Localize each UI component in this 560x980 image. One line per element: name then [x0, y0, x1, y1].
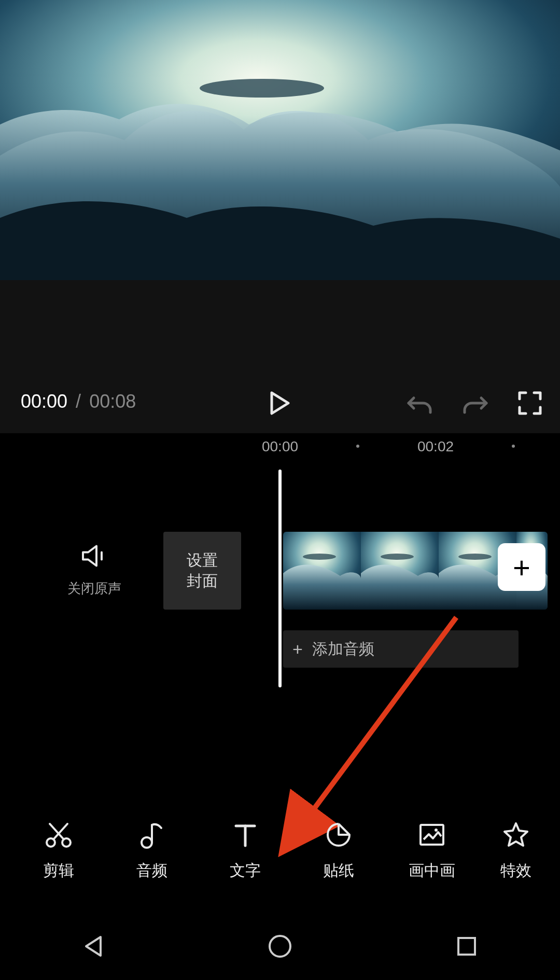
ruler-tick: 00:02 [417, 438, 454, 455]
svg-point-4 [303, 554, 336, 560]
playback-controls: 00:00 / 00:08 [0, 280, 560, 433]
redo-button[interactable] [460, 389, 489, 418]
mute-original-audio-button[interactable]: 关闭原声 [67, 544, 121, 598]
tool-label: 贴纸 [311, 860, 366, 881]
nav-back-button[interactable] [78, 931, 109, 962]
undo-icon [407, 392, 433, 415]
current-time: 00:00 [21, 391, 67, 412]
tool-label: 特效 [498, 860, 534, 881]
pip-icon [418, 823, 445, 847]
star-icon [502, 821, 529, 848]
video-preview[interactable] [0, 0, 560, 280]
time-display: 00:00 / 00:08 [21, 391, 136, 412]
plus-icon: + [292, 639, 303, 659]
svg-point-20 [270, 936, 290, 957]
set-cover-button[interactable]: 设置 封面 [163, 532, 241, 610]
bottom-toolbar: 剪辑 音频 文字 [0, 820, 560, 908]
play-icon [270, 391, 290, 416]
svg-point-6 [381, 554, 414, 560]
mute-label: 关闭原声 [67, 579, 121, 598]
fullscreen-icon [517, 391, 542, 416]
scissors-icon [45, 821, 73, 849]
tool-label: 剪辑 [31, 860, 86, 881]
play-button[interactable] [265, 389, 295, 418]
system-nav-bar [0, 913, 560, 980]
playhead[interactable] [278, 470, 282, 687]
clip-thumbnail [283, 532, 361, 610]
tool-effects[interactable]: 特效 [498, 820, 534, 908]
svg-point-1 [200, 79, 324, 98]
ruler-dot [356, 445, 359, 448]
add-clip-button[interactable]: + [498, 543, 545, 591]
plus-icon: + [513, 550, 530, 585]
add-audio-button[interactable]: + 添加音频 [283, 630, 519, 668]
speaker-icon [81, 544, 108, 568]
sticker-icon [326, 822, 352, 848]
nav-home-button[interactable] [264, 931, 296, 962]
video-editor-app: 00:00 / 00:08 [0, 0, 560, 980]
ruler-tick: 00:00 [262, 438, 298, 455]
nav-recents-button[interactable] [451, 931, 482, 962]
tool-text[interactable]: 文字 [218, 820, 272, 908]
undo-button[interactable] [405, 389, 435, 418]
tool-sticker[interactable]: 贴纸 [311, 820, 366, 908]
music-note-icon [139, 821, 164, 849]
add-audio-label: 添加音频 [312, 639, 374, 660]
svg-point-19 [435, 829, 438, 832]
svg-rect-21 [458, 938, 475, 955]
time-separator: / [76, 391, 81, 412]
circle-home-icon [264, 931, 296, 962]
total-duration: 00:08 [89, 391, 136, 412]
timeline[interactable]: 00:00 00:02 关闭原声 设置 封面 [0, 433, 560, 760]
time-ruler: 00:00 00:02 [0, 438, 560, 459]
ruler-dot [512, 445, 515, 448]
text-icon [233, 822, 258, 848]
set-cover-label: 设置 封面 [187, 550, 218, 591]
svg-point-15 [142, 837, 152, 848]
tool-label: 文字 [218, 860, 272, 881]
square-recents-icon [451, 931, 482, 962]
triangle-back-icon [78, 931, 109, 962]
redo-icon [461, 392, 488, 415]
tool-audio[interactable]: 音频 [124, 820, 179, 908]
clip-thumbnail [361, 532, 439, 610]
tool-edit[interactable]: 剪辑 [31, 820, 86, 908]
preview-image [0, 0, 560, 280]
tool-label: 画中画 [404, 860, 459, 881]
svg-point-8 [458, 554, 492, 560]
tool-label: 音频 [124, 860, 179, 881]
tool-pip[interactable]: 画中画 [404, 820, 459, 908]
fullscreen-button[interactable] [515, 389, 544, 418]
